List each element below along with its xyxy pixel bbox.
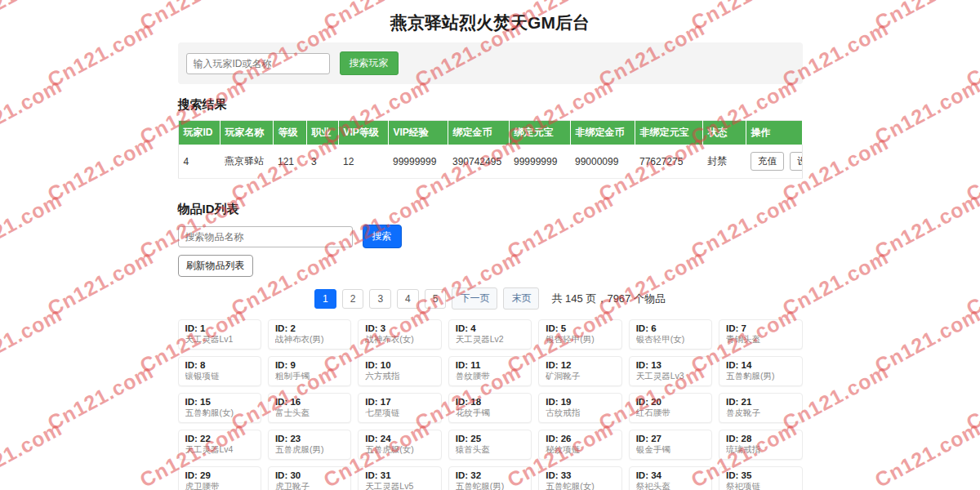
item-card[interactable]: ID: 8镶银项链 <box>178 356 261 386</box>
player-cell: 4 <box>178 145 220 179</box>
watermark-text: Cn121.com <box>0 188 66 263</box>
item-card[interactable]: ID: 10六方戒指 <box>358 356 441 386</box>
item-id-label: ID: 12 <box>546 360 614 370</box>
item-name-label: 五兽蛇服(女) <box>546 481 614 490</box>
item-card[interactable]: ID: 1天工灵器Lv1 <box>178 319 261 350</box>
player-search-input[interactable] <box>186 53 330 74</box>
item-card[interactable]: ID: 21兽皮靴子 <box>719 393 802 423</box>
column-header: 玩家ID <box>178 121 220 145</box>
column-header: 操作 <box>746 121 802 145</box>
next-page-button[interactable]: 下一页 <box>452 287 497 310</box>
page-button[interactable]: 3 <box>369 289 391 309</box>
page-button[interactable]: 4 <box>397 289 419 309</box>
player-action-button[interactable]: 充值 <box>751 152 784 171</box>
player-cell: 99999999 <box>509 145 570 179</box>
watermark-text: Cn121.com <box>871 188 980 263</box>
item-id-label: ID: 14 <box>726 360 795 370</box>
page-button[interactable]: 1 <box>314 289 336 309</box>
column-header: 职业 <box>306 121 338 145</box>
item-id-label: ID: 28 <box>726 434 795 443</box>
item-card[interactable]: ID: 12矿洞靴子 <box>538 356 621 386</box>
item-card[interactable]: ID: 35祭祀项链 <box>719 466 802 490</box>
item-id-label: ID: 9 <box>275 360 344 370</box>
search-player-button[interactable]: 搜索玩家 <box>340 51 399 75</box>
column-header: 状态 <box>702 121 746 145</box>
item-card[interactable]: ID: 24五兽虎服(女) <box>358 430 441 460</box>
player-table: 玩家ID玩家名称等级职业VIP等级VIP经验绑定金币绑定元宝非绑定金币非绑定元宝… <box>178 120 803 179</box>
item-card[interactable]: ID: 11兽纹腰带 <box>448 356 532 386</box>
item-search-button[interactable]: 搜索 <box>363 225 402 248</box>
item-id-label: ID: 25 <box>456 434 524 443</box>
item-id-label: ID: 18 <box>456 397 524 407</box>
page-button[interactable]: 2 <box>342 289 364 309</box>
item-card[interactable]: ID: 29虎卫腰带 <box>178 466 261 490</box>
item-card[interactable]: ID: 17七星项链 <box>358 393 441 423</box>
watermark-text: Cn121.com <box>963 359 980 434</box>
item-card[interactable]: ID: 27银金手镯 <box>629 430 712 460</box>
item-name-label: 银杏轻甲(男) <box>546 334 614 345</box>
item-card[interactable]: ID: 32五兽蛇服(男) <box>448 466 532 490</box>
item-card[interactable]: ID: 2战神布衣(男) <box>268 319 351 350</box>
player-actions-cell: 充值设置VIP发邮件发物品到仓库 <box>746 145 802 179</box>
watermark-text: Cn121.com <box>44 245 158 320</box>
item-id-label: ID: 10 <box>365 360 434 370</box>
item-card[interactable]: ID: 19古纹戒指 <box>538 393 621 423</box>
item-card[interactable]: ID: 31天工灵器Lv5 <box>358 466 441 490</box>
column-header: 玩家名称 <box>220 121 273 145</box>
item-card[interactable]: ID: 13天工灵器Lv3 <box>629 356 712 386</box>
column-header: 等级 <box>273 121 306 145</box>
item-id-label: ID: 21 <box>726 397 795 407</box>
item-card[interactable]: ID: 6银杏轻甲(女) <box>629 319 712 350</box>
item-name-label: 粗制手镯 <box>275 371 344 382</box>
item-card[interactable]: ID: 14五兽豹服(男) <box>719 356 802 386</box>
item-id-label: ID: 22 <box>185 434 254 443</box>
item-name-label: 银杏轻甲(女) <box>636 334 705 345</box>
last-page-button[interactable]: 末页 <box>503 287 539 310</box>
item-name-label: 红石腰带 <box>636 408 705 419</box>
item-card[interactable]: ID: 15五兽豹服(女) <box>178 393 261 423</box>
item-card[interactable]: ID: 9粗制手镯 <box>268 356 351 386</box>
item-card[interactable]: ID: 22天工灵器Lv4 <box>178 430 261 460</box>
item-card[interactable]: ID: 26秘纹项链 <box>538 430 621 460</box>
item-card[interactable]: ID: 20红石腰带 <box>629 393 712 423</box>
item-name-label: 天工灵器Lv5 <box>365 481 434 490</box>
item-card[interactable]: ID: 23五兽虎服(男) <box>268 430 351 460</box>
player-cell: 99999999 <box>388 145 448 179</box>
page-title: 燕京驿站烈火焚天GM后台 <box>0 11 980 34</box>
item-card[interactable]: ID: 3战神布衣(女) <box>358 319 441 350</box>
item-card[interactable]: ID: 4天工灵器Lv2 <box>448 319 532 350</box>
watermark-text: Cn121.com <box>0 416 66 490</box>
item-id-label: ID: 1 <box>185 323 254 333</box>
player-action-button[interactable]: 设置VIP <box>790 152 802 171</box>
column-header: VIP经验 <box>388 121 448 145</box>
item-card[interactable]: ID: 18花纹手镯 <box>448 393 532 423</box>
player-cell: 99000099 <box>570 145 635 179</box>
page-button[interactable]: 5 <box>425 289 447 309</box>
item-card[interactable]: ID: 30虎卫靴子 <box>268 466 351 490</box>
item-name-label: 秘纹项链 <box>546 444 614 456</box>
item-id-label: ID: 6 <box>636 323 705 333</box>
item-search-input[interactable] <box>178 226 353 247</box>
column-header: 非绑定金币 <box>570 121 635 145</box>
watermark-text: Cn121.com <box>963 131 980 206</box>
item-name-label: 五兽豹服(女) <box>185 408 254 419</box>
item-id-label: ID: 30 <box>275 470 344 480</box>
refresh-items-button[interactable]: 刷新物品列表 <box>178 255 253 277</box>
item-card[interactable]: ID: 33五兽蛇服(女) <box>538 466 621 490</box>
watermark-text: Cn121.com <box>0 302 66 377</box>
item-card[interactable]: ID: 34祭祀头盔 <box>629 466 712 490</box>
item-card[interactable]: ID: 7青铜头盔 <box>719 319 802 350</box>
item-name-label: 天工灵器Lv2 <box>456 334 524 345</box>
item-id-label: ID: 5 <box>546 323 614 333</box>
pagination-summary: 共 145 页，7967 个物品 <box>551 292 665 306</box>
item-id-label: ID: 33 <box>546 470 614 480</box>
item-name-label: 虎卫靴子 <box>275 481 344 490</box>
column-header: 绑定金币 <box>448 121 509 145</box>
item-card[interactable]: ID: 28琉璃戒指 <box>719 430 802 460</box>
player-cell: 12 <box>338 145 388 179</box>
item-name-label: 花纹手镯 <box>456 408 524 419</box>
item-card[interactable]: ID: 16富士头盔 <box>268 393 351 423</box>
item-card[interactable]: ID: 5银杏轻甲(男) <box>538 319 621 350</box>
item-card[interactable]: ID: 25猿首头盔 <box>448 430 532 460</box>
item-name-label: 矿洞靴子 <box>546 371 614 382</box>
